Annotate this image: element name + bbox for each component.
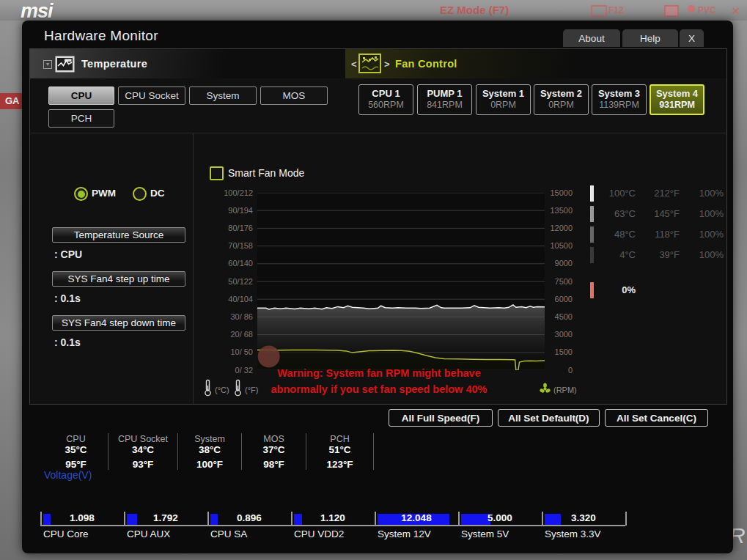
rpm-axis-tick: 9000 [555, 259, 573, 268]
dc-label: DC [150, 188, 165, 199]
rpm-axis-tick: 12000 [550, 224, 573, 232]
voltage-value-cpu-core: 1.098 [40, 512, 124, 524]
temp-axis-tick: 90/194 [228, 206, 253, 215]
temperature-chart-icon [55, 56, 75, 73]
voltage-value-system-12v: 12.048 [375, 512, 458, 524]
readout-name: CPU Socket [108, 434, 177, 444]
readout-fahrenheit: 100°F [178, 459, 241, 470]
fan-rpm: 0RPM [534, 100, 588, 110]
setpoint-percent: 100% [687, 247, 724, 263]
temp-axis-tick: 70/158 [228, 241, 253, 250]
smart-fan-checkbox[interactable] [210, 166, 224, 180]
temp-tab-cpu-socket[interactable]: CPU Socket [118, 86, 185, 105]
fan-name: System 2 [534, 88, 588, 99]
fan-curve-drag-handle[interactable] [258, 345, 280, 367]
voltage-label-cpu-aux: CPU AUX [127, 528, 170, 539]
panel-vertical-divider [193, 133, 194, 404]
setpoint-percent: 100% [687, 206, 724, 222]
temp-axis-tick: 60/140 [228, 259, 253, 268]
fan-setpoint-list: 100°C212°F100%63°C145°F100%48°C118°F100%… [590, 185, 726, 310]
action-button-all-set-cancel-c-[interactable]: All Set Cancel(C) [605, 409, 708, 427]
voltage-title: Voltage(V) [44, 469, 92, 481]
next-section-arrow-icon[interactable]: > [384, 59, 390, 70]
setpoint-bar [590, 206, 594, 222]
temp-axis-tick: 20/ 68 [230, 330, 253, 339]
rpm-axis-tick: 1500 [555, 347, 573, 356]
field-value-sys-fan4-step-down-time: : 0.1s [54, 336, 81, 348]
action-button-all-full-speed-f-[interactable]: All Full Speed(F) [389, 409, 493, 427]
temp-tab-cpu[interactable]: CPU [48, 86, 114, 105]
ez-mode-label: EZ Mode (F7) [440, 4, 509, 16]
temperature-axis: 100/21290/19480/17670/15860/14050/12240/… [206, 193, 253, 370]
readout-fahrenheit: 98°F [242, 459, 306, 470]
field-button-sys-fan4-step-up-time[interactable]: SYS Fan4 step up time [52, 271, 185, 287]
setpoint-percent: 100% [687, 185, 724, 202]
help-button[interactable]: Help [622, 29, 678, 47]
bios-top-bar: msi EZ Mode (F7) F12 PVC ✕ [0, 0, 747, 21]
bios-close-icon: ✕ [732, 5, 740, 17]
temp-axis-tick: 10/ 50 [230, 347, 253, 356]
setpoint-celsius: 63°C [595, 206, 636, 222]
temperature-section-title: Temperature [81, 58, 147, 70]
rpm-axis-tick: 3000 [555, 330, 573, 339]
field-button-temperature-source[interactable]: Temperature Source [52, 227, 185, 243]
fan-button-system-4[interactable]: System 4931RPM [650, 84, 704, 115]
voltage-label-system-5v: System 5V [461, 528, 509, 539]
temp-tab-system[interactable]: System [189, 86, 257, 105]
screenshot-icon [591, 5, 607, 17]
close-button[interactable]: X [680, 29, 704, 47]
action-button-all-set-default-d-[interactable]: All Set Default(D) [498, 409, 600, 427]
fan-button-cpu-1[interactable]: CPU 1560RPM [358, 84, 413, 115]
about-button[interactable]: About [563, 29, 620, 47]
dialog-title: Hardware Monitor [44, 28, 158, 44]
readout-celsius: 51°C [306, 444, 373, 455]
field-value-sys-fan4-step-up-time: : 0.1s [54, 292, 81, 304]
gaming-banner: GA [0, 93, 22, 109]
dc-radio[interactable] [133, 187, 147, 201]
setpoint-fahrenheit: 118°F [640, 226, 680, 243]
hotkey-label: F12 [608, 5, 624, 15]
temp-axis-tick: 100/212 [224, 188, 253, 197]
voltage-label-system-3-3v: System 3.3V [545, 528, 601, 539]
msi-logo: msi [21, 0, 53, 23]
fan-control-chart-icon [358, 54, 381, 73]
temp-tab-pch[interactable]: PCH [48, 109, 114, 128]
rpm-axis-tick: 4500 [555, 312, 573, 321]
fan-button-system-1[interactable]: System 10RPM [476, 84, 531, 115]
voltage-value-cpu-sa: 0.896 [207, 512, 291, 524]
prev-section-arrow-icon[interactable]: < [351, 59, 357, 70]
readout-celsius: 37°C [242, 444, 306, 455]
thermometer-celsius-icon [203, 379, 213, 397]
temp-axis-tick: 80/176 [228, 224, 253, 232]
led-label: PVC [698, 5, 716, 15]
led-icon [688, 5, 695, 12]
temp-tab-mos[interactable]: MOS [260, 86, 328, 105]
collapse-box-icon[interactable]: ▾ [43, 60, 52, 69]
pwm-radio[interactable] [74, 187, 88, 201]
fan-rpm: 0RPM [476, 100, 530, 110]
fan-button-system-2[interactable]: System 20RPM [534, 84, 589, 115]
rpm-axis-tick: 0 [568, 366, 573, 375]
temperature-readouts: CPU35°C95°FCPU Socket34°C93°FSystem38°C1… [44, 433, 374, 470]
readout-name: MOS [242, 434, 306, 444]
fan-rpm: 841RPM [418, 100, 471, 110]
rpm-axis-tick: 15000 [550, 188, 573, 197]
readout-fahrenheit: 93°F [108, 459, 177, 470]
readout-celsius: 34°C [108, 444, 177, 455]
zero-speed-bar [590, 282, 594, 298]
fan-name: PUMP 1 [418, 88, 471, 99]
voltage-value-system-3-3v: 3.320 [542, 512, 625, 524]
field-button-sys-fan4-step-down-time[interactable]: SYS Fan4 step down time [52, 315, 185, 331]
fan-name: CPU 1 [359, 88, 413, 99]
fan-rpm: 1139RPM [592, 100, 646, 110]
temp-axis-tick: 30/ 86 [230, 312, 253, 321]
voltage-value-cpu-vdd2: 1.120 [291, 512, 375, 524]
fan-button-pump-1[interactable]: PUMP 1841RPM [417, 84, 472, 115]
voltage-rail: 1.098CPU Core1.792CPU AUX0.896CPU SA1.12… [40, 509, 627, 541]
fan-button-system-3[interactable]: System 31139RPM [592, 84, 647, 115]
fan-name: System 3 [592, 88, 646, 99]
voltage-value-system-5v: 5.000 [458, 512, 542, 524]
fan-curve-chart[interactable] [257, 193, 545, 370]
temp-axis-tick: 40/104 [228, 295, 253, 303]
voltage-rail-line [40, 525, 625, 526]
